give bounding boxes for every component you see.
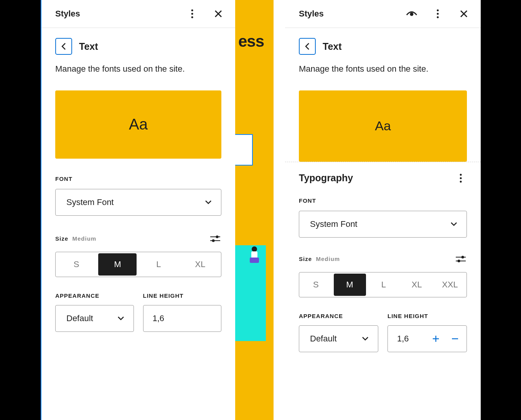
size-label: Size (299, 256, 312, 262)
sliders-icon (456, 255, 466, 263)
font-select[interactable]: System Font (55, 189, 221, 216)
appearance-select[interactable]: Default (55, 305, 134, 332)
svg-point-16 (460, 180, 462, 182)
lineheight-value: 1,6 (397, 334, 431, 344)
close-button[interactable] (458, 8, 470, 20)
size-option-s[interactable]: S (299, 272, 333, 297)
typography-preview: Aa (299, 90, 467, 162)
size-option-l[interactable]: L (138, 252, 179, 277)
style-book-button[interactable] (406, 8, 418, 20)
panel-header: Styles (41, 0, 235, 28)
canvas-selected-block (235, 134, 253, 166)
close-icon (214, 10, 223, 18)
editor-canvas-peek: ess (235, 0, 274, 420)
size-option-s[interactable]: S (56, 252, 97, 277)
chevron-down-icon (450, 222, 457, 226)
appearance-label: Appearance (55, 292, 134, 299)
breadcrumb-row: Text (55, 38, 221, 55)
typography-section-head: Typography (299, 172, 467, 184)
back-button[interactable] (299, 38, 316, 55)
font-select-value: System Font (310, 219, 357, 229)
panel-content-top: Text Manage the fonts used on the site. … (285, 28, 481, 162)
preview-glyph: Aa (129, 116, 148, 133)
font-label: Font (299, 197, 467, 204)
panel-gutter (274, 0, 285, 420)
appearance-col: Appearance Default (55, 292, 134, 332)
size-label-row: Size Medium (299, 253, 467, 265)
svg-point-13 (437, 16, 439, 18)
size-label-wrap: Size Medium (55, 235, 96, 242)
font-select[interactable]: System Font (299, 211, 467, 238)
breadcrumb-title: Text (323, 41, 342, 52)
appearance-lineheight-row: Appearance Default Line Height 1,6 (299, 313, 467, 352)
person-illustration-icon (243, 245, 262, 268)
svg-point-4 (216, 235, 219, 238)
size-option-m[interactable]: M (334, 274, 366, 296)
styles-panel-left: Styles Text Manage the fonts used on the… (41, 0, 235, 420)
lineheight-label: Line Height (143, 292, 222, 299)
svg-point-7 (252, 246, 257, 252)
lineheight-stepper (431, 335, 460, 343)
lineheight-value: 1,6 (153, 313, 214, 323)
size-option-m[interactable]: M (98, 253, 137, 276)
size-segment-control: S M L XL XXL (299, 272, 467, 297)
font-select-value: System Font (66, 197, 114, 207)
svg-point-14 (460, 174, 462, 176)
chevron-down-icon (205, 200, 212, 205)
size-custom-toggle[interactable] (455, 253, 467, 265)
more-menu-button[interactable] (432, 8, 444, 20)
svg-point-15 (460, 177, 462, 179)
panel-description: Manage the fonts used on the site. (299, 63, 467, 75)
size-option-xl[interactable]: XL (180, 252, 221, 277)
panel-header-actions (186, 8, 224, 20)
font-label: Font (55, 176, 221, 182)
panel-description: Manage the fonts used on the site. (55, 63, 221, 75)
lineheight-input[interactable]: 1,6 (387, 325, 467, 352)
breadcrumb-title: Text (79, 41, 98, 52)
close-button[interactable] (212, 8, 224, 20)
svg-point-0 (191, 10, 193, 11)
sliders-icon (210, 235, 220, 243)
size-label-row: Size Medium (55, 233, 221, 245)
appearance-select[interactable]: Default (299, 325, 378, 352)
more-vertical-icon (437, 9, 439, 18)
svg-point-18 (462, 256, 464, 258)
plus-icon (432, 335, 440, 343)
size-option-xxl[interactable]: XXL (434, 272, 467, 297)
minus-icon (451, 335, 459, 343)
lineheight-col: Line Height 1,6 (387, 313, 467, 352)
appearance-lineheight-row: Appearance Default Line Height 1,6 (55, 292, 221, 332)
panel-header: Styles (285, 0, 481, 28)
eye-icon (406, 10, 417, 17)
svg-point-20 (458, 259, 460, 262)
typography-preview: Aa (55, 90, 221, 159)
panel-title: Styles (55, 9, 80, 19)
svg-point-11 (437, 10, 439, 11)
typography-more-button[interactable] (455, 172, 467, 184)
back-button[interactable] (55, 38, 72, 55)
lineheight-decrement[interactable] (450, 335, 460, 343)
svg-point-1 (191, 13, 193, 15)
preview-glyph: Aa (375, 118, 391, 133)
editor-dark-margin (0, 0, 41, 420)
size-option-xl[interactable]: XL (400, 272, 434, 297)
more-vertical-icon (191, 9, 193, 18)
chevron-down-icon (362, 336, 369, 341)
size-custom-toggle[interactable] (209, 233, 221, 245)
svg-point-2 (191, 16, 193, 18)
panel-header-actions (406, 8, 470, 20)
size-label-wrap: Size Medium (299, 256, 340, 262)
close-icon (460, 10, 468, 18)
appearance-value: Default (310, 334, 337, 344)
svg-rect-8 (251, 251, 257, 258)
lineheight-increment[interactable] (431, 335, 440, 343)
lineheight-label: Line Height (387, 313, 467, 319)
typography-heading: Typography (299, 172, 353, 184)
appearance-value: Default (66, 313, 93, 323)
lineheight-input[interactable]: 1,6 (143, 305, 222, 332)
size-value: Medium (72, 235, 96, 242)
svg-point-12 (437, 13, 439, 15)
more-menu-button[interactable] (186, 8, 198, 20)
svg-rect-9 (250, 258, 259, 263)
size-option-l[interactable]: L (367, 272, 401, 297)
